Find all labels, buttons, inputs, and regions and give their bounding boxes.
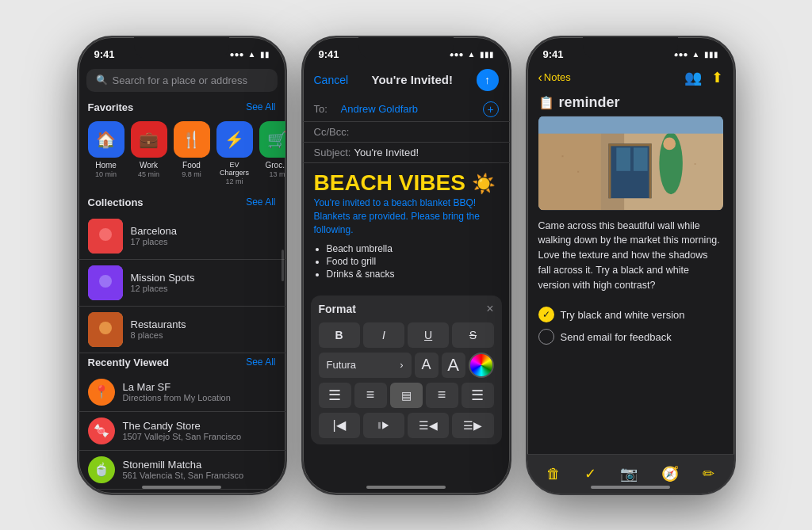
favorites-label: Favorites bbox=[88, 101, 134, 113]
subject-field[interactable]: Subject: You're Invited! bbox=[303, 143, 510, 163]
collection-restaurants[interactable]: Restaurants 8 places bbox=[79, 307, 285, 353]
fav-ev[interactable]: ⚡ EV Chargers 12 mi bbox=[216, 121, 253, 185]
back-button[interactable]: ‹ Notes bbox=[538, 71, 571, 85]
color-picker-button[interactable] bbox=[469, 353, 494, 378]
align-right-button[interactable]: ☰ bbox=[462, 383, 494, 408]
check-button[interactable]: ✓ bbox=[584, 465, 596, 482]
recent-candy[interactable]: 🍬 The Candy Store 1507 Vallejo St, San F… bbox=[79, 412, 285, 451]
maps-screen: 9:41 ●●● ▲ ▮▮ 🔍 Search for a place or ad… bbox=[79, 37, 285, 494]
indent-multi-button[interactable]: ⦀▶ bbox=[363, 413, 404, 438]
italic-button[interactable]: I bbox=[363, 322, 404, 348]
lamar-info: La Mar SF Directions from My Location bbox=[123, 381, 231, 402]
fav-food-sub: 9.8 mi bbox=[182, 170, 201, 178]
favorites-see-all[interactable]: See All bbox=[246, 101, 275, 112]
to-field[interactable]: To: Andrew Goldfarb + bbox=[303, 97, 510, 122]
fav-home-label: Home bbox=[95, 161, 117, 170]
fav-work-label: Work bbox=[140, 161, 158, 170]
status-icons-maps: ●●● ▲ ▮▮ bbox=[229, 50, 269, 59]
align-center-button[interactable]: ≡ bbox=[426, 383, 458, 408]
format-bottom-row: |◀ ⦀▶ ☰◀ ☰▶ bbox=[319, 413, 494, 438]
fav-groc-label: Groc... bbox=[265, 161, 285, 170]
mail-headline: BEACH VIBES ☀️ bbox=[314, 171, 499, 196]
collections-see-all[interactable]: See All bbox=[246, 196, 275, 208]
phone-mail: 9:41 ●●● ▲ ▮▮▮ Cancel You're Invited! ↑ … bbox=[301, 36, 511, 495]
send-button[interactable]: ↑ bbox=[477, 69, 499, 91]
matcha-sub: 561 Valencia St, San Francisco bbox=[123, 471, 244, 480]
share-icon[interactable]: ⬆ bbox=[711, 69, 723, 86]
wifi-icon-mail: ▲ bbox=[468, 50, 476, 59]
compose-button[interactable]: ✏ bbox=[703, 465, 714, 482]
mail-body-intro: You're invited to a beach blanket BBQ! B… bbox=[314, 196, 499, 236]
check-item-bw[interactable]: ✓ Try black and white version bbox=[538, 303, 723, 326]
align-left-button[interactable]: ▤ bbox=[390, 383, 423, 408]
back-label: Notes bbox=[544, 71, 571, 83]
collection-barcelona[interactable]: Barcelona 17 places bbox=[79, 213, 285, 260]
headline-emoji: ☀️ bbox=[472, 173, 496, 194]
recent-matcha[interactable]: 🍵 Stonemill Matcha 561 Valencia St, San … bbox=[79, 451, 285, 490]
home-indicator-mail bbox=[366, 486, 446, 489]
underline-button[interactable]: U bbox=[408, 322, 449, 348]
recent-academy[interactable]: 🔬 California Academy of Sciences bbox=[79, 490, 285, 494]
fav-work[interactable]: 💼 Work 45 min bbox=[131, 121, 167, 185]
recent-see-all[interactable]: See All bbox=[246, 357, 275, 368]
font-size-larger[interactable]: A bbox=[442, 353, 465, 378]
format-close-button[interactable]: × bbox=[486, 302, 493, 316]
body-intro-text: You're invited to a beach blanket BBQ! B… bbox=[314, 197, 480, 235]
barcelona-info: Barcelona 17 places bbox=[131, 225, 178, 246]
recent-lamar[interactable]: 📍 La Mar SF Directions from My Location bbox=[79, 373, 285, 412]
checkbox-checked[interactable]: ✓ bbox=[538, 307, 554, 322]
collection-mission[interactable]: Mission Spots 12 places bbox=[79, 260, 285, 307]
svg-rect-13 bbox=[608, 143, 651, 146]
maps-search-bar[interactable]: 🔍 Search for a place or address bbox=[86, 69, 278, 92]
barcelona-name: Barcelona bbox=[131, 225, 178, 237]
cancel-button[interactable]: Cancel bbox=[314, 74, 349, 86]
svg-rect-19 bbox=[561, 155, 563, 157]
svg-rect-21 bbox=[694, 163, 695, 165]
matcha-name: Stonemill Matcha bbox=[123, 459, 244, 471]
list-ordered-button[interactable]: ≡ bbox=[354, 383, 387, 408]
markup-button[interactable]: 🧭 bbox=[661, 465, 679, 482]
barcelona-count: 17 places bbox=[131, 237, 178, 246]
delete-button[interactable]: 🗑 bbox=[546, 466, 561, 482]
fav-groc[interactable]: 🛒 Groc... 13 m bbox=[259, 121, 285, 185]
mission-name: Mission Spots bbox=[131, 272, 195, 284]
fav-ev-sub: 12 mi bbox=[225, 177, 243, 185]
camera-button[interactable]: 📷 bbox=[620, 465, 638, 482]
status-bar-mail: 9:41 ●●● ▲ ▮▮▮ bbox=[303, 37, 510, 66]
list-bullet-button[interactable]: ☰◀ bbox=[408, 413, 449, 438]
font-size-smaller[interactable]: A bbox=[415, 353, 439, 378]
restaurants-count: 8 places bbox=[131, 330, 186, 340]
fav-home-sub: 10 min bbox=[95, 170, 117, 178]
indent-left-button[interactable]: |◀ bbox=[319, 413, 360, 438]
to-label: To: bbox=[314, 103, 338, 115]
phone-notes: 9:41 ●●● ▲ ▮▮▮ ‹ Notes 👥 ⬆ bbox=[526, 36, 736, 495]
candy-info: The Candy Store 1507 Vallejo St, San Fra… bbox=[123, 420, 242, 441]
svg-rect-14 bbox=[608, 143, 611, 198]
fav-groc-icon: 🛒 bbox=[259, 121, 285, 158]
matcha-icon: 🍵 bbox=[88, 456, 115, 483]
format-align-row: ☰ ≡ ▤ ≡ ☰ bbox=[319, 383, 494, 408]
fav-food[interactable]: 🍴 Food 9.8 mi bbox=[174, 121, 210, 185]
fav-home-icon: 🏠 bbox=[88, 121, 124, 158]
add-recipient-button[interactable]: + bbox=[483, 101, 499, 117]
fav-home[interactable]: 🏠 Home 10 min bbox=[88, 121, 124, 185]
cc-field[interactable]: Cc/Bcc: bbox=[303, 122, 510, 143]
notes-action-icons: 👥 ⬆ bbox=[684, 69, 723, 86]
favorites-header: Favorites See All bbox=[79, 98, 285, 118]
svg-point-17 bbox=[663, 137, 676, 150]
mission-info: Mission Spots 12 places bbox=[131, 272, 195, 293]
restaurants-thumb bbox=[88, 312, 123, 347]
checkbox-unchecked[interactable] bbox=[538, 329, 554, 345]
strikethrough-button[interactable]: S bbox=[452, 322, 493, 348]
list-unordered-button[interactable]: ☰ bbox=[319, 383, 351, 408]
collaborators-icon[interactable]: 👥 bbox=[684, 69, 702, 86]
notes-checklist: ✓ Try black and white version Send email… bbox=[527, 300, 734, 351]
bold-button[interactable]: B bbox=[319, 322, 360, 348]
list-item-umbrella: Beach umbrella bbox=[327, 243, 499, 254]
check-item-email[interactable]: Send email for feedback bbox=[538, 326, 723, 348]
format-style-row: B I U S bbox=[319, 322, 494, 348]
font-picker[interactable]: Futura › bbox=[319, 353, 412, 378]
fav-ev-icon: ⚡ bbox=[216, 121, 253, 158]
signal-icon-mail: ●●● bbox=[449, 50, 463, 59]
indent-right-button[interactable]: ☰▶ bbox=[452, 413, 493, 438]
